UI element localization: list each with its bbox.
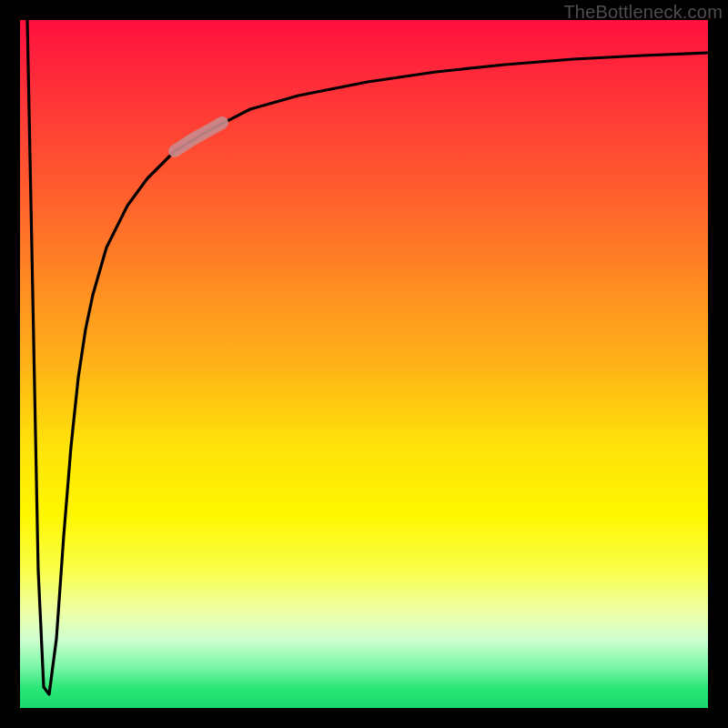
highlight-segment — [175, 123, 222, 151]
watermark-text: TheBottleneck.com — [563, 2, 723, 23]
chart-frame: TheBottleneck.com — [0, 0, 728, 728]
curve-layer — [20, 20, 708, 708]
bottleneck-curve — [27, 20, 708, 694]
plot-area — [20, 20, 708, 708]
